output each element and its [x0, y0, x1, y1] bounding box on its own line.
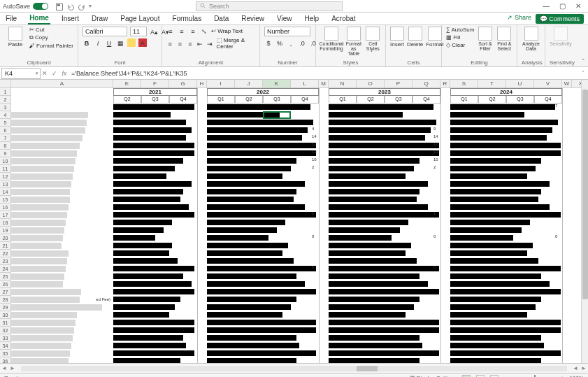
tab-page-layout[interactable]: Page Layout [119, 13, 161, 24]
row-header-22[interactable]: 22 [0, 250, 10, 257]
share-button[interactable]: ↗ Share [507, 14, 531, 24]
row-header-10[interactable]: 10 [0, 157, 10, 165]
align-center-icon[interactable]: ≡ [176, 39, 183, 48]
view-page-layout-icon[interactable] [476, 375, 485, 378]
col-header-R[interactable]: R [440, 80, 450, 87]
row-headers[interactable]: 1234567891011121314151617181920212223242… [0, 88, 11, 363]
row-header-24[interactable]: 24 [0, 265, 10, 273]
search-box[interactable]: Search [196, 1, 343, 11]
undo-icon[interactable] [66, 3, 73, 10]
fill-color-button[interactable] [127, 38, 136, 47]
autosum-button[interactable]: ∑ AutoSum [446, 27, 474, 33]
row-header-14[interactable]: 14 [0, 188, 10, 196]
analyze-data-button[interactable]: Analyze Data [522, 27, 540, 51]
expand-formula-bar-icon[interactable]: ˅ [578, 70, 588, 76]
row-header-34[interactable]: 34 [0, 342, 10, 350]
cut-button[interactable]: ✂ Cut [29, 27, 73, 33]
format-painter-button[interactable]: 🖌 Format Painter [29, 43, 73, 49]
name-box[interactable]: K4 [1, 68, 41, 79]
fill-button[interactable]: ▦ Fill [446, 34, 474, 41]
row-header-20[interactable]: 20 [0, 234, 10, 242]
maximize-icon[interactable]: ▢ [559, 2, 566, 10]
fx-icon[interactable]: fx [62, 70, 66, 77]
orientation-icon[interactable]: ⤡ [200, 27, 208, 35]
col-header-H[interactable]: H [197, 80, 207, 87]
redo-icon[interactable] [78, 3, 85, 10]
align-left-icon[interactable]: ≡ [166, 39, 173, 48]
paste-button[interactable]: Paste [4, 27, 27, 48]
italic-button[interactable]: I [94, 38, 102, 47]
tab-home[interactable]: Home [28, 13, 50, 24]
underline-button[interactable]: U [105, 38, 113, 47]
row-header-26[interactable]: 26 [0, 280, 10, 288]
view-page-break-icon[interactable] [490, 375, 499, 378]
tab-data[interactable]: Data [213, 13, 230, 24]
row-header-16[interactable]: 16 [0, 204, 10, 211]
row-header-36[interactable]: 36 [0, 357, 10, 363]
hscroll-right-icon[interactable]: ► [580, 365, 588, 371]
align-right-icon[interactable]: ≡ [187, 39, 194, 48]
row-header-18[interactable]: 18 [0, 219, 10, 227]
collapse-ribbon-icon[interactable]: ˄ [582, 58, 585, 65]
row-header-7[interactable]: 7 [0, 134, 10, 142]
tab-acrobat[interactable]: Acrobat [330, 13, 357, 24]
currency-icon[interactable]: $ [264, 38, 273, 47]
inc-decimal-icon[interactable]: .0 [298, 38, 306, 47]
column-headers[interactable]: AEFGHIJKLMNOPQRSTUVWX [11, 80, 588, 88]
row-header-4[interactable]: 4 [0, 111, 10, 119]
view-normal-icon[interactable] [462, 375, 471, 378]
indent-inc-icon[interactable]: ⇥ [206, 39, 213, 48]
row-header-30[interactable]: 30 [0, 311, 10, 319]
col-header-T[interactable]: T [478, 80, 506, 87]
row-header-8[interactable]: 8 [0, 142, 10, 150]
format-as-table-button[interactable]: Format as Table [345, 27, 362, 56]
increase-font-icon[interactable]: A▴ [150, 27, 158, 36]
row-header-12[interactable]: 12 [0, 173, 10, 180]
row-header-25[interactable]: 25 [0, 273, 10, 280]
qat-more-icon[interactable]: ▾ [89, 3, 96, 10]
col-header-O[interactable]: O [357, 80, 385, 87]
insert-cells-button[interactable]: Insert [390, 27, 404, 48]
select-all-triangle[interactable] [0, 80, 11, 88]
number-format-select[interactable]: Number [264, 27, 310, 36]
row-header-31[interactable]: 31 [0, 319, 10, 327]
tab-draw[interactable]: Draw [90, 13, 109, 24]
cell-styles-button[interactable]: Cell Styles [365, 27, 382, 51]
indent-dec-icon[interactable]: ⇤ [196, 39, 203, 48]
copy-button[interactable]: ⧉ Copy [29, 34, 73, 41]
row-header-35[interactable]: 35 [0, 350, 10, 357]
col-header-J[interactable]: J [235, 80, 263, 87]
col-header-F[interactable]: F [141, 80, 169, 87]
col-header-W[interactable]: W [562, 80, 572, 87]
row-header-33[interactable]: 33 [0, 334, 10, 342]
col-header-L[interactable]: L [291, 80, 319, 87]
formula-bar[interactable]: ='Balance Sheet'!J4+'P&L'!K24-'P&L'!K35 [69, 70, 578, 77]
cancel-formula-icon[interactable]: ✕ [42, 70, 48, 77]
enter-formula-icon[interactable]: ✓ [52, 70, 57, 77]
tab-view[interactable]: View [275, 13, 294, 24]
col-header-P[interactable]: P [385, 80, 413, 87]
row-header-32[interactable]: 32 [0, 327, 10, 334]
horizontal-scrollbar-thumb[interactable] [357, 366, 378, 371]
clear-button[interactable]: ◇ Clear [446, 42, 474, 48]
col-header-I[interactable]: I [207, 80, 235, 87]
merge-center-button[interactable]: ⬚ Merge & Center [217, 37, 255, 50]
col-header-E[interactable]: E [113, 80, 141, 87]
col-header-N[interactable]: N [329, 80, 357, 87]
bold-button[interactable]: B [83, 38, 91, 47]
col-header-G[interactable]: G [169, 80, 197, 87]
row-header-9[interactable]: 9 [0, 150, 10, 157]
hscroll-left-icon[interactable]: ◄ [571, 365, 580, 371]
align-middle-icon[interactable]: ≡ [178, 27, 186, 35]
worksheet-area[interactable]: AEFGHIJKLMNOPQRSTUVWX 123456789101112131… [0, 80, 588, 363]
wrap-text-button[interactable]: ↩ Wrap Text [211, 28, 243, 34]
col-header-V[interactable]: V [534, 80, 562, 87]
col-header-Q[interactable]: Q [413, 80, 440, 87]
tab-nav-prev-icon[interactable]: ◄ [0, 365, 8, 371]
horizontal-scrollbar[interactable] [21, 366, 567, 371]
row-header-2[interactable]: 2 [0, 96, 10, 104]
border-button[interactable]: ▦ [116, 38, 124, 47]
comments-button[interactable]: 💬 Comments [536, 14, 584, 24]
comma-icon[interactable]: , [287, 38, 295, 47]
tab-review[interactable]: Review [240, 13, 266, 24]
